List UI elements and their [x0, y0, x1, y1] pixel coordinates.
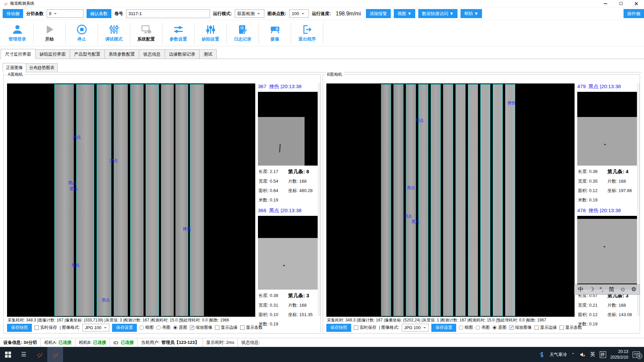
realtime-save-checkbox[interactable]: 实时保存 — [354, 325, 376, 330]
clear-alarm-button[interactable]: 清除报警 — [366, 9, 391, 18]
view-menu-button[interactable]: 视图 ▼ — [394, 9, 415, 18]
defect-card-header: 479 黑点 |20:13:38 — [577, 83, 637, 92]
main-tab-2[interactable]: 产品型号配置 — [70, 49, 105, 59]
play-icon — [44, 24, 55, 35]
roll-number-label: 卷号 — [114, 11, 123, 17]
weather-status[interactable]: 天气寒冷 — [550, 352, 567, 358]
data-quick-access-button[interactable]: 数据快捷访问 ▼ — [418, 9, 457, 18]
ime-mode-button[interactable]: 拼 — [600, 351, 606, 358]
main-tab-0[interactable]: 尺寸监控界面 — [1, 49, 36, 59]
original-image-radio[interactable]: 原图 — [492, 325, 506, 330]
hidden-icons-chevron[interactable]: ⌃ — [572, 352, 575, 357]
bright-image-radio[interactable]: 亮图 — [476, 325, 490, 330]
pinned-app-button[interactable] — [32, 347, 47, 362]
connection-status: 已连接 — [121, 340, 134, 346]
defect-card[interactable]: 478 挫伤 |20:13:38长度: 0.57第几条: 3宽度: 0.21片数… — [577, 207, 637, 327]
defect-card[interactable]: 366 黑点 |20:13:38长度: 0.38第几条: 3宽度: 0.31片数… — [258, 207, 318, 327]
ime-fullhalf-moon-icon[interactable]: ☽ — [589, 286, 594, 293]
main-tab-5[interactable]: 边缘数据记录 — [165, 49, 200, 59]
stat-item — [288, 321, 317, 327]
tool-log-book[interactable]: 日志记录 — [227, 22, 259, 44]
slit-count-select[interactable]: 8 — [47, 9, 84, 18]
ime-charset-simplified[interactable]: 简 — [609, 286, 614, 293]
clock-time: 20:13 — [618, 349, 628, 354]
run-mode-select[interactable]: 双面检测 — [235, 9, 264, 18]
zoom-image-checkbox[interactable]: 缩放图像 — [190, 325, 212, 330]
tool-param-sliders[interactable]: 参数设置 — [162, 22, 195, 44]
operator-side-button[interactable]: 操作侧 — [624, 9, 644, 18]
tool-system-config[interactable]: 系统配置 — [130, 22, 162, 44]
volume-muted-icon[interactable] — [579, 352, 586, 358]
run-speed-label: 运行速度: — [312, 11, 331, 17]
drive-side-button[interactable]: 传动侧 — [3, 9, 23, 18]
taskbar-clock[interactable]: 20:13 2025/2/10 — [610, 349, 628, 360]
image-format-select[interactable]: JPG 100 — [83, 324, 109, 331]
tool-camera[interactable]: 摄像 — [259, 22, 291, 44]
action-center-button[interactable]: 6 — [633, 352, 640, 358]
main-tab-6[interactable]: 测试 — [199, 49, 217, 59]
tool-stop[interactable]: 停止 — [66, 22, 98, 44]
task-view-button[interactable]: ☰ — [16, 347, 32, 362]
tool-debug-sliders[interactable]: 调试模式 — [98, 22, 130, 44]
ime-language-button[interactable]: 英 — [590, 351, 595, 358]
save-settings-button[interactable]: 保存设置 — [431, 324, 456, 332]
image-format-select[interactable]: JPG 100 — [402, 324, 429, 331]
close-button[interactable] — [629, 0, 644, 7]
ime-punctuation-icon[interactable]: °, — [599, 286, 603, 293]
ime-emoji-icon[interactable]: ☺ — [620, 286, 626, 293]
dark-image-radio[interactable]: 暗图 — [140, 325, 154, 330]
start-button[interactable] — [0, 347, 16, 362]
save-snapshot-button[interactable]: 保存快照 — [326, 324, 351, 332]
bright-image-radio[interactable]: 亮图 — [156, 325, 170, 330]
main-tab-1[interactable]: 缺陷监控界面 — [35, 49, 70, 59]
stat-item: 米数: 0.19 — [578, 197, 606, 203]
minimize-button[interactable] — [598, 0, 613, 7]
tool-exit[interactable]: 退出程序 — [291, 22, 323, 44]
defect-list-scrollbar[interactable] — [637, 83, 640, 316]
roll-number-input[interactable] — [126, 9, 210, 18]
zoom-image-checkbox[interactable]: 缩放图像 — [509, 325, 532, 330]
tool-play[interactable]: 开始 — [34, 22, 66, 44]
dark-image-radio[interactable]: 暗图 — [459, 325, 473, 330]
save-snapshot-button[interactable]: 保存快照 — [7, 324, 32, 332]
chart-points-select[interactable]: 100 — [289, 9, 309, 18]
tool-label: 退出程序 — [299, 36, 316, 42]
main-tab-4[interactable]: 状态信息 — [139, 49, 165, 59]
film-strip — [393, 84, 404, 316]
defect-card[interactable]: 367 挫伤 |20:13:38长度: 2.17第几条: 8宽度: 0.54片数… — [258, 83, 318, 203]
stat-item: 坐标: 151.35 — [288, 312, 317, 318]
show-strips-checkbox[interactable]: 显示条数 — [559, 325, 582, 330]
realtime-save-checkbox[interactable]: 实时保存 — [35, 325, 57, 330]
running-app-button[interactable] — [47, 347, 63, 362]
defect-stats: 长度: 0.57第几条: 3宽度: 0.21片数: 168面积: 0.12坐标:… — [577, 290, 637, 327]
show-edge-checkbox[interactable]: 显示边缘 — [534, 325, 557, 330]
defect-label: 挫伤 — [183, 226, 191, 232]
help-menu-button[interactable]: 帮助 ▼ — [461, 9, 482, 18]
ime-lang-indicator[interactable]: 中 — [578, 286, 584, 293]
camera-a-image: 黑点黑点黑点黑点挫伤黑点黑点 — [7, 83, 255, 317]
camera-a-connection: 相机A:已连接 — [41, 338, 75, 347]
defect-list-scrollbar[interactable] — [318, 83, 320, 316]
sub-tab-1[interactable]: 分布趋势图表 — [26, 63, 58, 72]
main-tab-3[interactable]: 系统参数配置 — [104, 49, 139, 59]
vision-app-icon — [52, 351, 59, 358]
tool-defect-sliders[interactable]: 缺陷设置 — [195, 22, 227, 44]
stat-item: 片数: 168 — [607, 178, 636, 184]
original-image-radio[interactable]: 原图 — [173, 325, 187, 330]
confirm-count-button[interactable]: 确认条数 — [87, 9, 111, 18]
defect-label: 黑点 — [102, 297, 110, 303]
stat-item: 长度: 0.38 — [578, 169, 606, 175]
snapshot-material-region — [577, 117, 637, 166]
show-strips-checkbox[interactable]: 显示条数 — [240, 325, 263, 330]
defect-card[interactable]: 479 黑点 |20:13:38长度: 0.38第几条: 4宽度: 0.35片数… — [577, 83, 637, 203]
ime-settings-gear-icon[interactable]: ⚙ — [631, 286, 636, 293]
tool-user[interactable]: 管理登录 — [1, 22, 34, 44]
defect-label: 黑点 — [73, 134, 81, 140]
tool-label: 调试模式 — [105, 36, 123, 42]
show-edge-checkbox[interactable]: 显示边缘 — [215, 325, 237, 330]
camera-b-controls: 保存快照 实时保存 | 图像格式: JPG 100 保存设置 暗图 亮图 原图 … — [326, 323, 582, 332]
sub-tab-0[interactable]: 正面图像 — [3, 63, 26, 72]
maximize-button[interactable] — [613, 0, 629, 7]
film-strip — [130, 84, 144, 316]
save-settings-button[interactable]: 保存设置 — [112, 324, 137, 332]
